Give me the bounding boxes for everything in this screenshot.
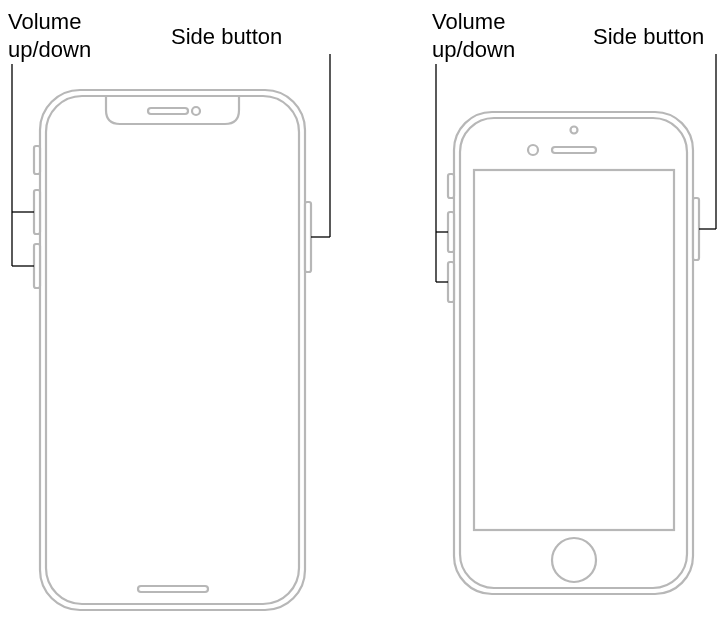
- svg-rect-14: [454, 112, 693, 594]
- svg-rect-22: [448, 212, 454, 252]
- svg-point-20: [552, 538, 596, 582]
- svg-rect-8: [305, 202, 311, 272]
- svg-rect-7: [34, 244, 40, 288]
- svg-rect-24: [693, 198, 699, 260]
- phone-2: [436, 54, 716, 594]
- svg-rect-1: [46, 96, 299, 604]
- svg-rect-23: [448, 262, 454, 302]
- phones-diagram: [0, 0, 724, 620]
- svg-point-17: [571, 127, 578, 134]
- phone-1: [12, 54, 330, 610]
- diagram-stage: Volume up/down Side button Volume up/dow…: [0, 0, 724, 620]
- svg-point-3: [192, 107, 200, 115]
- svg-rect-2: [148, 108, 188, 114]
- svg-rect-4: [138, 586, 208, 592]
- svg-rect-0: [40, 90, 305, 610]
- svg-rect-5: [34, 146, 40, 174]
- svg-point-18: [528, 145, 538, 155]
- svg-rect-21: [448, 174, 454, 198]
- svg-rect-16: [552, 147, 596, 153]
- svg-rect-19: [474, 170, 674, 530]
- svg-rect-15: [460, 118, 687, 588]
- svg-rect-6: [34, 190, 40, 234]
